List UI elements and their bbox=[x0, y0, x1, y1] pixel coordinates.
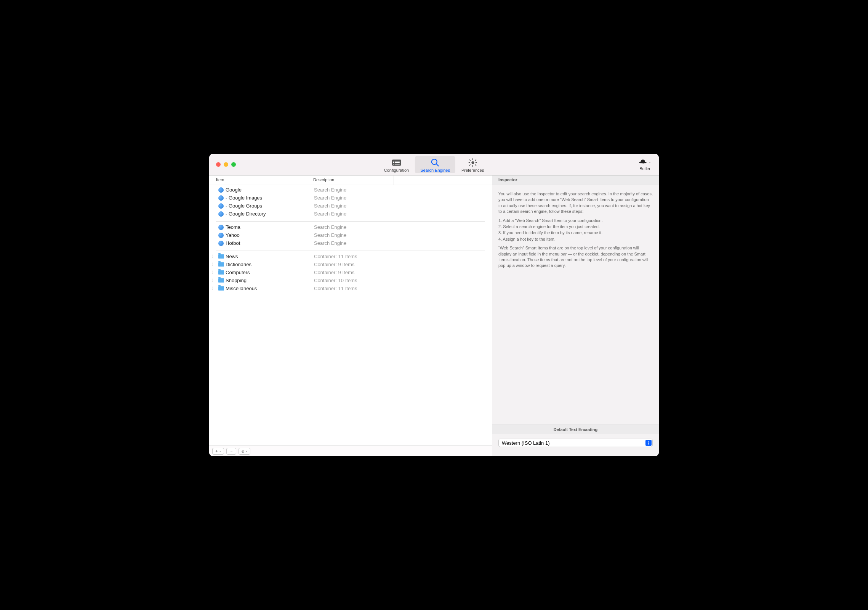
svg-rect-15 bbox=[475, 164, 476, 166]
folder-icon bbox=[218, 270, 224, 275]
encoding-select[interactable]: Western (ISO Latin 1) ▲▼ bbox=[498, 439, 653, 447]
inspector-text: “Web Search” Smart Items that are on the… bbox=[498, 245, 653, 269]
table-row[interactable]: - Google DirectorySearch Engine bbox=[209, 210, 492, 218]
tab-label: Search Engines bbox=[420, 168, 450, 172]
row-description: Search Engine bbox=[310, 232, 424, 238]
disclosure-triangle[interactable]: 〉 bbox=[209, 270, 218, 275]
svg-rect-14 bbox=[469, 159, 471, 161]
row-description: Container: 9 Items bbox=[310, 270, 424, 275]
row-name: Computers bbox=[224, 270, 250, 275]
group-divider bbox=[216, 218, 485, 222]
chevron-down-icon: ⌄ bbox=[648, 160, 651, 164]
globe-icon bbox=[218, 233, 224, 238]
row-name: - Google Images bbox=[224, 195, 262, 201]
add-button[interactable]: ＋⌄ bbox=[212, 448, 224, 455]
globe-icon bbox=[218, 195, 224, 201]
row-name: Google bbox=[224, 187, 242, 193]
inspector-text: You will also use the Inspector to edit … bbox=[498, 191, 653, 215]
row-description: Search Engine bbox=[310, 211, 424, 217]
encoding-value: Western (ISO Latin 1) bbox=[502, 440, 549, 446]
row-description: Search Engine bbox=[310, 187, 424, 193]
row-description: Container: 11 Items bbox=[310, 286, 424, 291]
app-window: Configuration Search Engines Preferences bbox=[209, 154, 659, 456]
list-icon bbox=[391, 158, 402, 168]
svg-point-9 bbox=[471, 161, 474, 164]
table-row[interactable]: GoogleSearch Engine bbox=[209, 186, 492, 194]
folder-icon bbox=[218, 262, 224, 267]
titlebar: Configuration Search Engines Preferences bbox=[209, 154, 659, 176]
remove-button[interactable]: － bbox=[226, 448, 236, 455]
table-row[interactable]: 〉DictionariesContainer: 9 Items bbox=[209, 260, 492, 268]
folder-icon bbox=[218, 254, 224, 259]
globe-icon bbox=[218, 225, 224, 230]
table-row[interactable]: YahooSearch Engine bbox=[209, 231, 492, 239]
svg-rect-12 bbox=[469, 162, 470, 163]
butler-label: Butler bbox=[639, 166, 650, 171]
table-row[interactable]: 〉MiscellaneousContainer: 11 Items bbox=[209, 284, 492, 292]
row-name: Dictionaries bbox=[224, 262, 251, 267]
traffic-lights bbox=[209, 162, 236, 167]
svg-rect-17 bbox=[469, 164, 471, 166]
encoding-header: Default Text Encoding bbox=[492, 425, 659, 434]
tab-label: Preferences bbox=[461, 168, 484, 172]
globe-icon bbox=[218, 241, 224, 246]
globe-icon bbox=[218, 211, 224, 217]
svg-rect-10 bbox=[472, 158, 473, 160]
table-row[interactable]: - Google GroupsSearch Engine bbox=[209, 202, 492, 210]
butler-menu[interactable]: ⌄ Butler bbox=[639, 158, 659, 171]
toolbar-tabs: Configuration Search Engines Preferences bbox=[379, 156, 489, 173]
globe-icon bbox=[218, 203, 224, 209]
inspector-header: Inspector bbox=[492, 176, 659, 185]
zoom-button[interactable] bbox=[231, 162, 236, 167]
tab-preferences[interactable]: Preferences bbox=[456, 156, 489, 173]
row-description: Search Engine bbox=[310, 195, 424, 201]
inspector-body: You will also use the Inspector to edit … bbox=[492, 185, 659, 425]
column-header-description[interactable]: Description bbox=[310, 176, 394, 185]
inspector-step: 2. Select a search engine for the item y… bbox=[498, 224, 653, 230]
disclosure-triangle[interactable]: 〉 bbox=[209, 262, 218, 267]
svg-rect-19 bbox=[641, 163, 642, 164]
svg-rect-20 bbox=[643, 163, 645, 164]
bowler-hat-icon bbox=[639, 158, 647, 166]
table-row[interactable]: HotbotSearch Engine bbox=[209, 239, 492, 247]
gear-icon bbox=[468, 158, 477, 168]
tab-search-engines[interactable]: Search Engines bbox=[415, 156, 455, 173]
row-name: Yahoo bbox=[224, 232, 240, 238]
svg-rect-13 bbox=[476, 162, 477, 163]
disclosure-triangle[interactable]: 〉 bbox=[209, 254, 218, 259]
row-name: Teoma bbox=[224, 224, 240, 230]
tab-label: Configuration bbox=[384, 168, 409, 172]
table-row[interactable]: 〉ShoppingContainer: 10 Items bbox=[209, 276, 492, 284]
group-divider bbox=[216, 247, 485, 251]
row-description: Search Engine bbox=[310, 203, 424, 209]
disclosure-triangle[interactable]: 〉 bbox=[209, 278, 218, 283]
table-row[interactable]: TeomaSearch Engine bbox=[209, 223, 492, 231]
svg-rect-1 bbox=[393, 161, 394, 161]
folder-icon bbox=[218, 286, 224, 291]
svg-rect-2 bbox=[395, 161, 400, 161]
action-button[interactable]: ☺⌄ bbox=[239, 448, 250, 455]
row-name: News bbox=[224, 254, 238, 259]
svg-line-8 bbox=[436, 164, 439, 166]
row-description: Container: 9 Items bbox=[310, 262, 424, 267]
inspector-step: 4. Assign a hot key to the item. bbox=[498, 236, 653, 242]
tab-configuration[interactable]: Configuration bbox=[379, 156, 414, 173]
row-name: Shopping bbox=[224, 278, 247, 283]
table-row[interactable]: 〉ComputersContainer: 9 Items bbox=[209, 268, 492, 276]
column-header-item[interactable]: Item bbox=[209, 176, 310, 185]
globe-icon bbox=[218, 187, 224, 193]
table-rows: GoogleSearch Engine- Google ImagesSearch… bbox=[209, 185, 492, 446]
minimize-button[interactable] bbox=[224, 162, 228, 167]
table-row[interactable]: 〉NewsContainer: 11 Items bbox=[209, 252, 492, 260]
right-pane: Inspector You will also use the Inspecto… bbox=[492, 176, 659, 456]
row-description: Search Engine bbox=[310, 240, 424, 246]
svg-rect-5 bbox=[393, 164, 394, 164]
close-button[interactable] bbox=[216, 162, 221, 167]
table-row[interactable]: - Google ImagesSearch Engine bbox=[209, 194, 492, 202]
magnifier-icon bbox=[431, 158, 440, 168]
footer-toolbar: ＋⌄ － ☺⌄ bbox=[209, 446, 492, 456]
inspector-step: 3. If you need to identify the item by i… bbox=[498, 230, 653, 236]
svg-rect-16 bbox=[475, 159, 476, 161]
disclosure-triangle[interactable]: 〉 bbox=[209, 286, 218, 291]
table-header: Item Description bbox=[209, 176, 492, 185]
